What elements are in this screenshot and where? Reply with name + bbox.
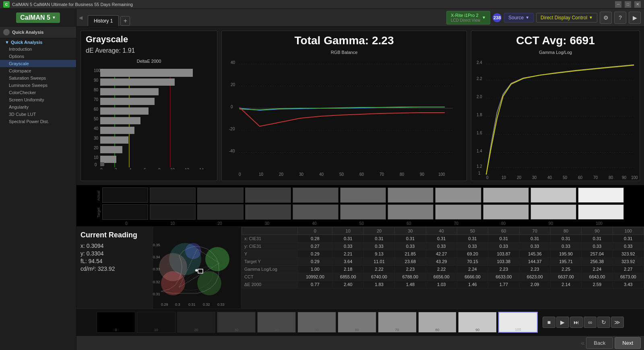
row-cell: 0.31: [519, 235, 550, 243]
col-header-20: 20: [363, 227, 394, 235]
transport-play-icon[interactable]: ▶: [556, 317, 569, 328]
row-cell: 10992.00: [298, 273, 332, 281]
col-header-10: 10: [332, 227, 363, 235]
bottom-swatch-60[interactable]: 60: [338, 312, 376, 333]
svg-text:2.2: 2.2: [477, 76, 482, 81]
swatch-actual-50: [340, 187, 386, 203]
content-area: Grayscale dE Average: 1.91 DeltaE 2000 1…: [76, 27, 644, 350]
row-cell: 6633.00: [488, 273, 519, 281]
transport-stop-icon[interactable]: ■: [543, 317, 555, 328]
row-cell: 0.33: [519, 243, 550, 250]
add-tab-button[interactable]: +: [120, 16, 130, 26]
history-tab[interactable]: History 1: [88, 15, 119, 26]
gamma-log-chart: 2.4 2.2 2.0 1.8 1.6 1.4 1.2 1 0 10 20 30…: [471, 56, 640, 181]
collapse-icon[interactable]: ▶: [629, 12, 641, 24]
svg-text:0.29: 0.29: [161, 303, 168, 307]
sidebar-item-screen-uniformity[interactable]: Screen Uniformity: [0, 96, 76, 103]
row-cell: 0.31: [395, 235, 426, 243]
row-cell: 1.46: [457, 281, 488, 288]
sidebar-item-3dlut[interactable]: 3D Cube LUT: [0, 111, 76, 118]
svg-text:100: 100: [94, 68, 101, 73]
source-button[interactable]: Source ▼: [504, 13, 534, 23]
col-header-60: 60: [488, 227, 519, 235]
svg-rect-32: [100, 162, 104, 166]
row-label: Y: [242, 250, 298, 258]
close-button[interactable]: ✕: [634, 1, 641, 8]
meter-label: X-Rite i1Pro 2LCD Direct View: [451, 13, 480, 23]
col-header-30: 30: [395, 227, 426, 235]
transport-refresh-icon[interactable]: ↻: [597, 317, 610, 328]
svg-text:2.0: 2.0: [477, 95, 482, 99]
row-cell: 6623.00: [519, 273, 550, 281]
svg-text:0.34: 0.34: [153, 255, 160, 259]
target-swatches-row: [102, 204, 624, 220]
svg-text:0: 0: [231, 105, 233, 109]
row-cell: 6637.00: [550, 273, 581, 281]
back-nav-icon[interactable]: ◀: [76, 9, 85, 26]
meter-button[interactable]: X-Rite i1Pro 2LCD Direct View ▼: [446, 11, 490, 25]
transport-more-icon[interactable]: ≫: [611, 317, 624, 328]
bottom-swatch-50[interactable]: 50: [297, 312, 336, 333]
svg-text:60: 60: [94, 107, 99, 111]
sidebar-item-angularity[interactable]: Angularity: [0, 103, 76, 111]
row-cell: 2.21: [332, 250, 363, 258]
bottom-swatch-90[interactable]: 90: [458, 312, 497, 333]
minimize-button[interactable]: ─: [615, 1, 621, 8]
row-cell: 6855.00: [332, 273, 363, 281]
bottom-swatch-100[interactable]: 100: [498, 312, 538, 333]
bottom-swatch-10[interactable]: 10: [137, 312, 175, 333]
bottom-swatch-40[interactable]: 40: [257, 312, 296, 333]
bottom-swatch-80[interactable]: 80: [418, 312, 457, 333]
bottom-swatch-0[interactable]: 0: [97, 312, 135, 333]
source-chevron-icon: ▼: [525, 15, 529, 20]
maximize-button[interactable]: □: [625, 1, 631, 8]
svg-text:40: 40: [547, 175, 552, 180]
settings-icon[interactable]: ⚙: [600, 12, 612, 24]
de-avg-label: dE Average: 1.91: [81, 46, 217, 58]
bottom-swatch-label-90: 90: [475, 327, 480, 332]
sidebar-item-saturation[interactable]: Saturation Sweeps: [0, 74, 76, 82]
swatch-target-20: [197, 204, 243, 220]
sidebar-item-options[interactable]: Options: [0, 53, 76, 60]
bottom-swatch-30[interactable]: 30: [217, 312, 256, 333]
next-button[interactable]: Next: [615, 337, 641, 349]
logo-arrow-icon: ▼: [52, 15, 56, 20]
svg-text:60: 60: [359, 172, 364, 177]
bottom-swatch-label-0: 0: [114, 327, 117, 332]
row-cell: 2.24: [582, 266, 613, 273]
reading-panel: Current Reading x: 0.3094 y: 0.3304 fL: …: [76, 227, 153, 309]
sidebar-item-colorspace[interactable]: Colorspace: [0, 67, 76, 74]
swatch-actual-10: [150, 187, 196, 203]
bottom-swatch-20[interactable]: 20: [177, 312, 216, 333]
sidebar-item-grayscale[interactable]: Grayscale: [0, 60, 76, 67]
row-cell: 195.71: [550, 258, 581, 266]
sidebar-item-spectral[interactable]: Spectral Power Dist.: [0, 118, 76, 125]
swatch-label-40: 40: [312, 221, 316, 226]
row-cell: 2.25: [550, 266, 581, 273]
ddc-button[interactable]: Direct Display Control ▼: [536, 13, 597, 23]
sidebar-section-label: Quick Analysis: [12, 30, 43, 35]
swatch-label-20: 20: [218, 221, 222, 226]
cie-chart: 0.29 0.3 0.31 0.32 0.33 0.31 0.32 0.33 0…: [153, 227, 242, 307]
svg-text:14: 14: [199, 168, 204, 169]
reading-title: Current Reading: [80, 231, 149, 239]
right-controls: X-Rite i1Pro 2LCD Direct View ▼ 238 Sour…: [443, 9, 644, 26]
sidebar-item-luminance[interactable]: Luminance Sweeps: [0, 82, 76, 89]
svg-text:40: 40: [231, 60, 235, 65]
transport-loop-icon[interactable]: ∞: [584, 317, 597, 328]
nav-left-icon[interactable]: «: [581, 340, 584, 347]
svg-text:10: 10: [170, 168, 175, 169]
sidebar-item-introduction[interactable]: Introduction: [0, 45, 76, 53]
col-header-label: [242, 227, 298, 235]
sidebar-item-colorchecker[interactable]: ColorChecker: [0, 89, 76, 96]
help-icon[interactable]: ?: [614, 12, 626, 24]
transport-end-icon[interactable]: ⏭: [570, 317, 583, 328]
row-cell: 1.00: [298, 266, 332, 273]
bottom-swatch-70[interactable]: 70: [378, 312, 417, 333]
back-button[interactable]: Back: [586, 337, 613, 349]
row-cell: 0.33: [613, 243, 644, 250]
bottom-swatch-label-40: 40: [274, 327, 279, 332]
svg-text:12: 12: [185, 168, 190, 169]
row-cell: 70.15: [457, 258, 488, 266]
row-cell: 1.48: [395, 281, 426, 288]
